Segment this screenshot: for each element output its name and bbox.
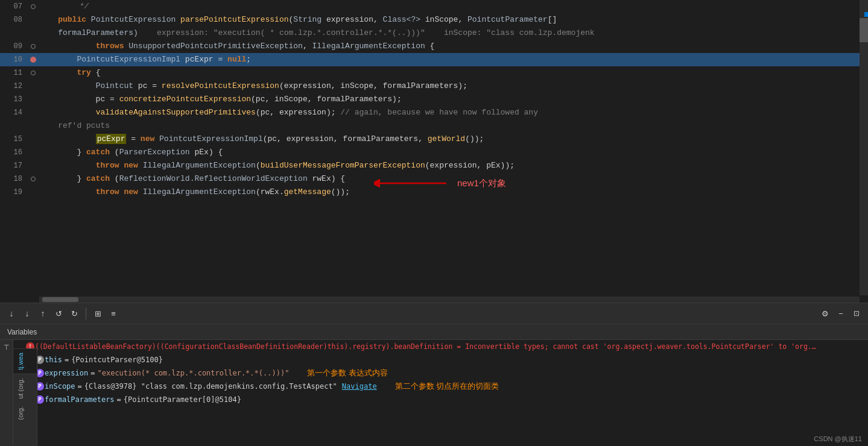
debug-toolbar: ↓ ↓ ↑ ↺ ↻ ⊞ ≡ ⚙ − ⊡ bbox=[0, 303, 868, 324]
line-number: 16 bbox=[0, 146, 27, 159]
code-line-11: 11 try { bbox=[0, 66, 868, 80]
var-value-formalparams: {PointcutParameter[0]@5104} bbox=[124, 395, 241, 404]
line-number: 07 bbox=[0, 0, 27, 13]
line-number: 08 bbox=[0, 13, 27, 27]
code-line-10: 10 PointcutExpressionImpl pcExpr = null; bbox=[0, 53, 868, 66]
line-continuation: ref'd pcuts bbox=[39, 119, 110, 133]
line-content: try { bbox=[39, 66, 100, 80]
code-line-15: 15 pcExpr = new PointcutExpressionImpl(p… bbox=[0, 133, 868, 146]
line-number: 17 bbox=[0, 159, 27, 172]
line-content: */ bbox=[39, 0, 868, 13]
code-line-07: 07 */ bbox=[0, 0, 868, 13]
var-equals-this: = bbox=[65, 356, 69, 364]
var-name-inscope: inScope bbox=[45, 382, 75, 391]
line-content: throws UnsupportedPointcutPrimitiveExcep… bbox=[39, 40, 434, 53]
line-number: 10 bbox=[0, 53, 27, 66]
rerun-button[interactable]: ↺ bbox=[52, 307, 65, 320]
line-number: 12 bbox=[0, 80, 27, 93]
panel-left-controls: ⊤ bbox=[0, 340, 13, 446]
line-number: 14 bbox=[0, 106, 27, 119]
tab-tjwea[interactable]: tj.wea bbox=[13, 348, 37, 374]
red-arrow-icon bbox=[374, 175, 452, 192]
left-vertical-tabs: tj.wea ut (org. (org. bbox=[13, 348, 37, 446]
new-object-annotation: new1个对象 bbox=[374, 175, 506, 192]
code-line-12: 12 Pointcut pc = resolvePointcutExpressi… bbox=[0, 80, 868, 93]
line-content: throw new IllegalArgumentException(rwEx.… bbox=[39, 186, 350, 199]
line-content: } catch (ReflectionWorld.ReflectionWorld… bbox=[39, 172, 345, 186]
line-number: 15 bbox=[0, 133, 27, 146]
formal-params-variable-item[interactable]: ▶ P formalParameters = {PointcutParamete… bbox=[13, 393, 868, 406]
panel-title: Variables bbox=[7, 328, 37, 336]
var-name-this: this bbox=[45, 356, 62, 364]
code-line-17: 17 throw new IllegalArgumentException(bu… bbox=[0, 159, 868, 172]
variables-button[interactable]: ≡ bbox=[107, 307, 120, 320]
line-number: 13 bbox=[0, 93, 27, 106]
maximize-button[interactable]: ⊡ bbox=[850, 307, 863, 320]
expression-variable-item[interactable]: ▶ P expression = "execution(* com.lzp.*.… bbox=[13, 366, 868, 380]
line-content: validateAgainstSupportedPrimitives(pc, e… bbox=[39, 106, 538, 119]
var-equals-formalparams: = bbox=[117, 395, 121, 404]
line-content: } catch (ParserException pEx) { bbox=[39, 146, 223, 159]
inscope-variable-item[interactable]: ▶ P inScope = {Class@3978} "class com.lz… bbox=[13, 380, 868, 393]
editor-area: 07 */ 08 public PointcutExpression parse… bbox=[0, 0, 868, 303]
variables-list[interactable]: ! ((DefaultListableBeanFactory)((Configu… bbox=[13, 340, 868, 446]
line-gutter bbox=[27, 0, 39, 13]
error-text: ((DefaultListableBeanFactory)((Configura… bbox=[35, 342, 819, 351]
status-bar: CSDN @执迷11 bbox=[814, 435, 862, 444]
editor-vscrollbar[interactable] bbox=[860, 0, 868, 295]
var-name-expression: expression bbox=[45, 369, 88, 377]
line-content: public PointcutExpression parsePointcutE… bbox=[39, 13, 557, 27]
csdn-label: CSDN @执迷11 bbox=[814, 435, 862, 442]
line-number: 11 bbox=[0, 66, 27, 80]
code-line-09: 09 throws UnsupportedPointcutPrimitiveEx… bbox=[0, 40, 868, 53]
settings-button[interactable]: ⚙ bbox=[819, 307, 832, 320]
code-line-08: 08 public PointcutExpression parsePointc… bbox=[0, 13, 868, 40]
var-value-inscope: {Class@3978} "class com.lzp.demojenkins.… bbox=[84, 382, 337, 391]
frames-button[interactable]: ⊞ bbox=[91, 307, 104, 320]
editor-hscrollbar[interactable] bbox=[39, 297, 860, 303]
var-equals-expression: = bbox=[90, 369, 95, 377]
panel-header: Variables bbox=[0, 324, 868, 340]
line-content: throw new IllegalArgumentException(build… bbox=[39, 159, 515, 172]
line-number: 19 bbox=[0, 186, 27, 199]
line-number: 18 bbox=[0, 172, 27, 186]
line-content: pcExpr = new PointcutExpressionImpl(pc, … bbox=[39, 133, 484, 146]
var-value-this: {PointcutParser@5100} bbox=[71, 356, 163, 364]
step-out-button[interactable]: ↑ bbox=[36, 307, 49, 320]
code-line-13: 13 pc = concretizePointcutExpression(pc,… bbox=[0, 93, 868, 106]
new-object-label: new1个对象 bbox=[457, 178, 506, 189]
line-number: 09 bbox=[0, 40, 27, 53]
step-over-button[interactable]: ↓ bbox=[5, 307, 18, 320]
tab-ut[interactable]: ut (org. bbox=[13, 374, 37, 403]
step-back-button[interactable]: ↻ bbox=[68, 307, 81, 320]
var-name-formalparams: formalParameters bbox=[45, 395, 115, 404]
filter-button[interactable]: ⊤ bbox=[2, 342, 11, 352]
error-variable-item[interactable]: ! ((DefaultListableBeanFactory)((Configu… bbox=[13, 340, 868, 353]
line-content: PointcutExpressionImpl pcExpr = null; bbox=[39, 53, 868, 66]
navigate-link[interactable]: Navigate bbox=[342, 382, 377, 391]
expression-annotation: 第一个参数 表达式内容 bbox=[307, 368, 388, 378]
line-content: pc = concretizePointcutExpression(pc, in… bbox=[39, 93, 402, 106]
this-variable-item[interactable]: ▶ P this = {PointcutParser@5100} bbox=[13, 353, 868, 366]
var-equals-inscope: = bbox=[78, 382, 82, 391]
inscope-annotation: 第二个参数 切点所在的切面类 bbox=[395, 381, 499, 392]
code-line-14: 14 validateAgainstSupportedPrimitives(pc… bbox=[0, 106, 868, 133]
minimize-button[interactable]: − bbox=[834, 307, 847, 320]
code-line-16: 16 } catch (ParserException pEx) { bbox=[0, 146, 868, 159]
var-value-expression: "execution(* com.lzp.*.controller.*.*(..… bbox=[97, 369, 289, 377]
tab-org[interactable]: (org. bbox=[13, 403, 37, 424]
variables-panel: Variables ⊤ ! ((DefaultListableBeanFacto… bbox=[0, 324, 868, 446]
line-continuation: formalParameters) expression: "execution… bbox=[39, 27, 595, 40]
step-into-button[interactable]: ↓ bbox=[21, 307, 34, 320]
line-content: Pointcut pc = resolvePointcutExpression(… bbox=[39, 80, 467, 93]
